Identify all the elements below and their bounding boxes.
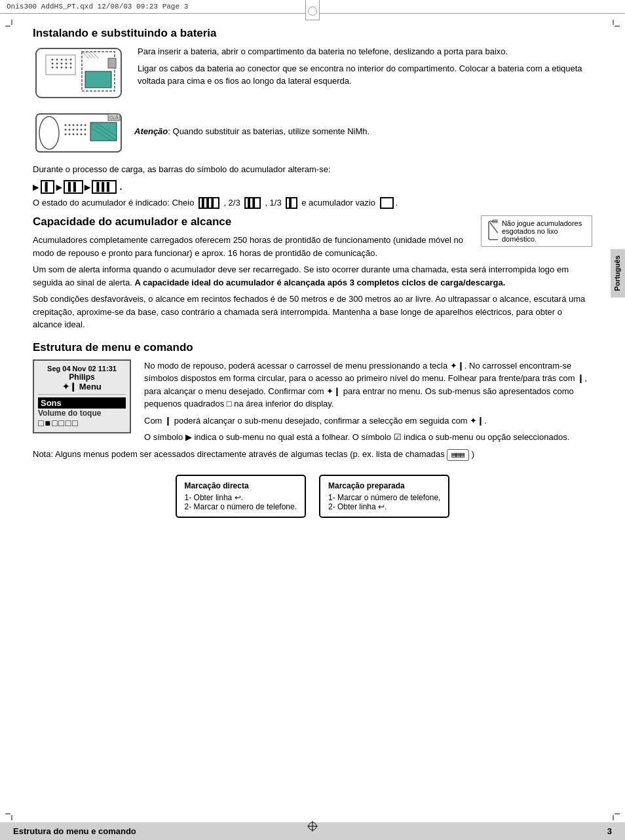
marcacao-preparada-step1: 1- Marcar o número de telefone, <box>328 493 440 502</box>
svg-point-41 <box>69 129 71 131</box>
display-volume: Volume do toque <box>38 409 126 418</box>
bat-sym-2: ▌▌ <box>64 180 83 194</box>
battery-content: Para inserir a bateria, abrir o comparti… <box>33 45 592 104</box>
header-bar: Onis300 AddHS_PT.qxd 12/08/03 09:23 Page… <box>0 0 625 14</box>
charging-intro: Durante o processo de carga, as barras d… <box>33 163 592 176</box>
battery-state-text: O estado do acumulador é indicado: Cheio… <box>33 196 592 210</box>
marcacao-preparada-title: Marcação preparada <box>328 481 440 490</box>
bat-empty-sym <box>380 197 394 209</box>
cap-bold-text: A capacidade ideal do acumulador é alcan… <box>134 278 505 287</box>
svg-point-37 <box>77 124 79 126</box>
capacity-section: Capacidade do acumulador e alcance Acumu… <box>33 215 592 331</box>
menu-note: Nota: Alguns menus podem ser acessados d… <box>33 448 592 462</box>
svg-point-21 <box>56 67 58 69</box>
svg-point-19 <box>70 63 72 65</box>
marcacao-directa-box: Marcação directa 1- Obter linha ↩. 2- Ma… <box>176 475 306 518</box>
svg-line-60 <box>490 223 498 238</box>
phone-diagram-bottom: CLÃ <box>33 111 128 156</box>
no-dispose-icon <box>487 219 498 242</box>
capacity-heading: Capacidade do acumulador e alcance <box>33 215 471 228</box>
bat-13-sym: ▌ <box>286 197 297 209</box>
svg-rect-27 <box>108 58 116 68</box>
svg-point-24 <box>70 67 72 69</box>
footer-label: Estrutura do menu e comando <box>13 826 136 836</box>
svg-point-48 <box>73 134 75 136</box>
svg-point-43 <box>77 129 79 131</box>
header-text: Onis300 AddHS_PT.qxd 12/08/03 09:23 Page… <box>7 3 188 10</box>
svg-point-12 <box>61 59 63 61</box>
svg-line-31 <box>92 52 98 58</box>
bat-full-sym: ▌▌▌ <box>199 197 219 209</box>
marcacao-preparada-step2: 2- Obter linha ↩. <box>328 502 440 511</box>
svg-point-18 <box>66 63 67 65</box>
main-content: Instalando e substituindo a bateria <box>0 14 625 531</box>
footer-page: 3 <box>607 826 612 836</box>
header-registration-circle <box>308 7 317 16</box>
menu-section: Estrutura de menu e comando Seg 04 Nov 0… <box>33 341 592 519</box>
bat-23-sym: ▌▌ <box>244 197 260 209</box>
attention-section: CLÃ Atenção: Quando substituir as bateri… <box>33 111 592 156</box>
marcacao-preparada-box: Marcação preparada 1- Marcar o número de… <box>319 475 449 518</box>
battery-text-col: Para inserir a bateria, abrir o comparti… <box>138 45 592 104</box>
svg-point-10 <box>52 59 54 61</box>
no-dispose-text: Não jogue acumuladores esgotados no lixo… <box>502 219 586 243</box>
svg-point-39 <box>85 124 86 126</box>
svg-point-22 <box>61 67 63 69</box>
svg-text:CLÃ: CLÃ <box>109 115 119 120</box>
capacity-para2: Um som de alerta informa quando o acumul… <box>33 263 592 289</box>
svg-point-36 <box>73 124 75 126</box>
corner-mark-br <box>607 807 620 820</box>
phone-svg-top <box>33 45 128 104</box>
bat-sym-arrow3: ▶ <box>85 181 91 193</box>
svg-point-44 <box>81 129 83 131</box>
charging-bar-section: Durante o processo de carga, as barras d… <box>33 163 592 209</box>
phone-svg-bottom: CLÃ <box>33 111 128 156</box>
svg-point-38 <box>81 124 83 126</box>
battery-para1: Para inserir a bateria, abrir o comparti… <box>138 45 592 58</box>
state-text2: , 2/3 <box>223 198 240 208</box>
svg-point-35 <box>69 124 71 126</box>
svg-point-33 <box>39 117 59 149</box>
svg-point-40 <box>65 129 67 131</box>
svg-point-16 <box>56 63 58 65</box>
svg-point-34 <box>65 124 67 126</box>
svg-point-11 <box>56 59 58 61</box>
svg-point-49 <box>77 134 79 136</box>
marcacao-directa-title: Marcação directa <box>185 481 297 490</box>
phone-diagram-top <box>33 45 124 104</box>
state-text3: , 1/3 <box>265 198 281 208</box>
battery-heading: Instalando e substituindo a bateria <box>33 27 592 40</box>
display-menu-label: ✦❙ Menu <box>38 382 126 392</box>
bat-sym-period: . <box>118 181 124 192</box>
menu-note-icon: ▤▤▤ <box>447 449 469 462</box>
display-datetime: Seg 04 Nov 02 11:31 <box>38 365 126 373</box>
svg-line-30 <box>88 52 95 58</box>
battery-symbols-row: ▶ ▌ ▶ ▌▌ ▶ ▌▌▌ . <box>33 180 592 194</box>
display-dots: □■□□□□ <box>38 418 126 428</box>
svg-point-15 <box>52 63 54 65</box>
bat-sym-arrow2: ▶ <box>56 181 62 193</box>
svg-point-46 <box>65 134 67 136</box>
svg-rect-26 <box>85 71 111 88</box>
side-tab-portuguese: Português <box>611 249 625 297</box>
svg-line-28 <box>82 52 88 58</box>
state-text1: O estado do acumulador é indicado: Cheio <box>33 198 194 208</box>
svg-point-47 <box>69 134 71 136</box>
display-screen: Seg 04 Nov 02 11:31 Philips ✦❙ Menu Sons… <box>33 359 131 433</box>
svg-point-42 <box>73 129 75 131</box>
capacity-text-main: Capacidade do acumulador e alcance Acumu… <box>33 215 471 263</box>
marcacao-directa-step1: 1- Obter linha ↩. <box>185 493 297 502</box>
bat-sym-1: ▌ <box>41 180 55 194</box>
marcacao-directa-step2: 2- Marcar o número de telefone. <box>185 502 297 511</box>
svg-point-20 <box>52 67 54 69</box>
display-brand: Philips <box>38 373 126 382</box>
state-text4: e acumulador vazio <box>301 198 375 208</box>
bat-sym-arrow: ▶ <box>33 181 39 193</box>
display-rule <box>38 394 126 395</box>
display-sons: Sons <box>38 397 126 409</box>
attention-label: Atenção <box>134 126 168 136</box>
menu-content: Seg 04 Nov 02 11:31 Philips ✦❙ Menu Sons… <box>33 359 592 466</box>
menu-display-mockup: Seg 04 Nov 02 11:31 Philips ✦❙ Menu Sons… <box>33 359 131 433</box>
bottom-registration-cross <box>306 820 319 835</box>
battery-installation-section: Instalando e substituindo a bateria <box>33 27 592 209</box>
